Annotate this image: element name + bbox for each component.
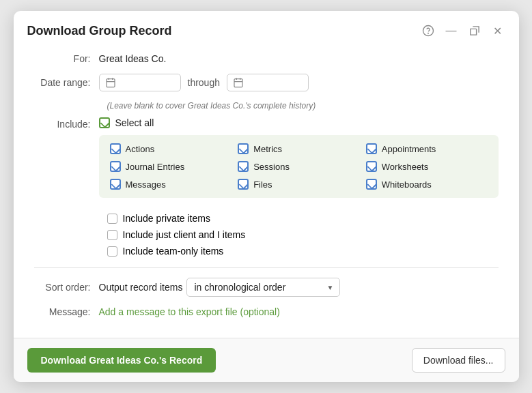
- checkbox-appointments-label[interactable]: Appointments: [382, 144, 436, 154]
- footer: Download Great Ideas Co.'s Record Downlo…: [14, 338, 519, 382]
- for-label: For:: [34, 53, 99, 64]
- client-label[interactable]: Include just client and I items: [123, 229, 246, 240]
- for-row: For: Great Ideas Co.: [34, 53, 499, 64]
- checkbox-journal-entries-input[interactable]: [110, 161, 121, 172]
- message-row: Message: Add a message to this export fi…: [34, 306, 499, 317]
- select-all-label[interactable]: Select all: [115, 117, 154, 128]
- download-dialog: Download Group Record — ✕ For:: [14, 11, 519, 382]
- checkbox-sessions: Sessions: [238, 161, 359, 172]
- checkbox-metrics-input[interactable]: [238, 143, 249, 154]
- sort-label: Sort order:: [34, 282, 99, 293]
- checkbox-sessions-input[interactable]: [238, 161, 249, 172]
- client-checkbox[interactable]: [107, 230, 117, 240]
- checkbox-actions-input[interactable]: [110, 143, 121, 154]
- minimize-icon[interactable]: —: [444, 23, 459, 38]
- checkbox-metrics-label[interactable]: Metrics: [253, 144, 282, 154]
- date-range-label: Date range:: [34, 77, 99, 88]
- download-record-button[interactable]: Download Great Ideas Co.'s Record: [27, 348, 216, 373]
- checkbox-worksheets-label[interactable]: Worksheets: [382, 162, 428, 172]
- date-start-input-wrapper: [99, 74, 181, 91]
- download-files-button[interactable]: Download files...: [412, 348, 505, 373]
- title-bar: Download Group Record — ✕: [14, 11, 519, 46]
- svg-rect-6: [234, 79, 242, 87]
- checkbox-sessions-label[interactable]: Sessions: [253, 162, 290, 172]
- dialog-title: Download Group Record: [27, 24, 172, 38]
- through-label: through: [181, 77, 227, 88]
- checkbox-whiteboards-label[interactable]: Whiteboards: [382, 179, 432, 190]
- include-label: Include:: [34, 117, 99, 130]
- message-link[interactable]: Add a message to this export file (optio…: [99, 306, 280, 317]
- date-end-input-wrapper: [227, 74, 309, 91]
- checkbox-files-input[interactable]: [238, 179, 249, 190]
- checkbox-actions-label[interactable]: Actions: [126, 144, 155, 154]
- svg-point-0: [423, 26, 433, 36]
- close-icon[interactable]: ✕: [490, 23, 505, 38]
- dialog-content: For: Great Ideas Co. Date range: through: [14, 46, 519, 338]
- sort-row: Sort order: Output record items in chron…: [34, 278, 499, 297]
- private-checkbox[interactable]: [107, 214, 117, 224]
- svg-point-1: [428, 33, 428, 33]
- checkbox-worksheets-input[interactable]: [366, 161, 377, 172]
- extra-options: Include private items Include just clien…: [107, 213, 499, 257]
- checkbox-journal-entries-label[interactable]: Journal Entries: [126, 162, 185, 172]
- extra-client: Include just client and I items: [107, 229, 499, 240]
- sort-select[interactable]: in chronological order in reverse chrono…: [186, 278, 340, 297]
- select-all-row: Select all: [99, 117, 499, 128]
- calendar-end-icon: [233, 77, 244, 88]
- checkbox-files: Files: [238, 179, 359, 190]
- date-hint: (Leave blank to cover Great Ideas Co.'s …: [107, 101, 499, 111]
- checkbox-grid: Actions Metrics Appointments Journal Ent…: [99, 135, 499, 198]
- sort-select-wrapper: in chronological order in reverse chrono…: [186, 278, 340, 297]
- calendar-start-icon: [105, 77, 116, 88]
- include-row: Include: Select all Actions Metrics: [34, 117, 499, 207]
- private-label[interactable]: Include private items: [123, 213, 210, 224]
- checkbox-messages-input[interactable]: [110, 179, 121, 190]
- restore-icon[interactable]: [467, 23, 482, 38]
- checkbox-appointments: Appointments: [366, 143, 488, 154]
- checkbox-whiteboards: Whiteboards: [366, 179, 488, 190]
- date-range-row: Date range: through: [34, 74, 499, 91]
- date-end-input[interactable]: [247, 78, 301, 88]
- checkbox-whiteboards-input[interactable]: [366, 179, 377, 190]
- team-label[interactable]: Include team-only items: [123, 246, 224, 257]
- include-content: Select all Actions Metrics Appointments: [99, 117, 499, 207]
- checkbox-journal-entries: Journal Entries: [110, 161, 232, 172]
- window-controls: — ✕: [421, 23, 505, 38]
- extra-private: Include private items: [107, 213, 499, 224]
- checkbox-worksheets: Worksheets: [366, 161, 488, 172]
- team-checkbox[interactable]: [107, 246, 117, 257]
- svg-rect-2: [107, 79, 115, 87]
- message-label: Message:: [34, 306, 99, 317]
- extra-team: Include team-only items: [107, 246, 499, 257]
- select-all-checkbox[interactable]: [99, 117, 110, 128]
- checkbox-messages: Messages: [110, 179, 232, 190]
- checkbox-messages-label[interactable]: Messages: [126, 179, 166, 190]
- hint-icon[interactable]: [421, 23, 436, 38]
- checkbox-appointments-input[interactable]: [366, 143, 377, 154]
- divider: [34, 267, 499, 268]
- date-start-input[interactable]: [119, 78, 173, 88]
- checkbox-actions: Actions: [110, 143, 232, 154]
- checkbox-metrics: Metrics: [238, 143, 359, 154]
- checkbox-files-label[interactable]: Files: [253, 179, 272, 190]
- for-value: Great Ideas Co.: [99, 53, 167, 64]
- date-range-inputs: through: [99, 74, 309, 91]
- sort-prefix: Output record items: [99, 282, 183, 293]
